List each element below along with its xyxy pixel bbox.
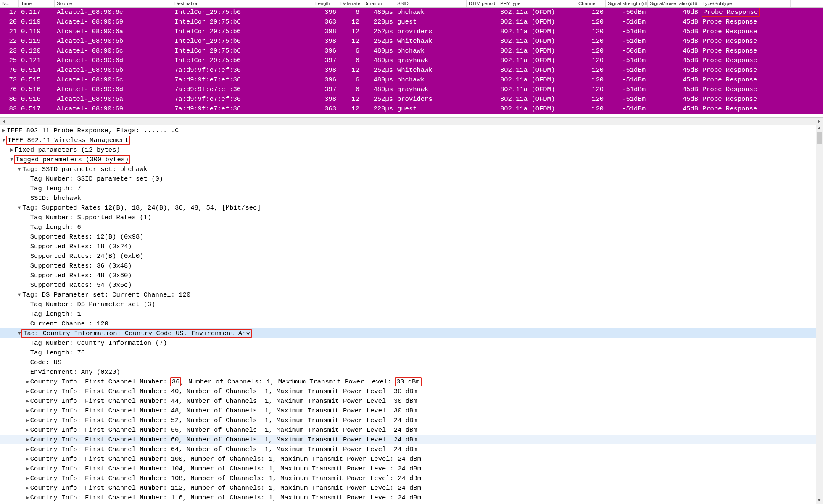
tree-item[interactable]: Tag: Country Information: Country Code U… [0, 328, 816, 338]
packet-row[interactable]: 83 0.517Alcatel-_08:90:697a:d9:9f:e7:ef:… [0, 104, 823, 114]
tree-toggle-icon[interactable] [24, 338, 30, 348]
tree-item[interactable]: Country Info: First Channel Number: 52, … [0, 415, 816, 425]
tree-item[interactable]: Current Channel: 120 [0, 319, 816, 328]
tree-item[interactable]: Supported Rates: 12(B) (0x98) [0, 232, 816, 242]
column-header-time[interactable]: Time [19, 0, 55, 7]
tree-item[interactable]: Tag: SSID parameter set: bhchawk [0, 164, 816, 174]
tree-toggle-icon[interactable] [24, 483, 30, 493]
tree-toggle-icon[interactable] [24, 270, 30, 280]
tree-toggle-icon[interactable] [24, 222, 30, 232]
tree-item[interactable]: Country Info: First Channel Number: 60, … [0, 435, 816, 444]
packet-row[interactable]: 20 0.119Alcatel-_08:90:69IntelCor_29:75:… [0, 17, 823, 27]
column-header-phy[interactable]: PHY type [498, 0, 576, 7]
column-header-datarate[interactable]: Data rate [338, 0, 361, 7]
tree-item[interactable]: SSID: bhchawk [0, 193, 816, 203]
tree-item[interactable]: Tag Number: DS Parameter set (3) [0, 299, 816, 309]
tree-toggle-icon[interactable] [24, 406, 30, 415]
tree-item[interactable]: Tag length: 76 [0, 348, 816, 357]
packet-list-pane[interactable]: No. Time Source Destination Length Data … [0, 0, 823, 118]
tree-item[interactable]: Country Info: First Channel Number: 104,… [0, 464, 816, 473]
tree-item[interactable]: Tagged parameters (300 bytes) [0, 155, 816, 164]
tree-item[interactable]: IEEE 802.11 Probe Response, Flags: .....… [0, 126, 816, 135]
packet-row[interactable]: 22 0.119Alcatel-_08:90:6bIntelCor_29:75:… [0, 37, 823, 46]
tree-toggle-icon[interactable] [24, 261, 30, 270]
tree-item[interactable]: Supported Rates: 54 (0x6c) [0, 280, 816, 290]
tree-item[interactable]: Supported Rates: 24(B) (0xb0) [0, 251, 816, 261]
tree-item[interactable]: Country Info: First Channel Number: 108,… [0, 473, 816, 483]
tree-toggle-icon[interactable] [24, 454, 30, 464]
tree-item[interactable]: Tag Number: Country Information (7) [0, 338, 816, 348]
column-header-no[interactable]: No. [0, 0, 19, 7]
tree-item[interactable]: Country Info: First Channel Number: 44, … [0, 396, 816, 406]
tree-item[interactable]: Supported Rates: 48 (0x60) [0, 270, 816, 280]
tree-item[interactable]: Supported Rates: 36 (0x48) [0, 261, 816, 270]
tree-toggle-icon[interactable] [24, 493, 30, 502]
tree-toggle-icon[interactable] [24, 319, 30, 328]
tree-toggle-icon[interactable] [24, 415, 30, 425]
packet-row[interactable]: 73 0.515Alcatel-_08:90:6c7a:d9:9f:e7:ef:… [0, 75, 823, 85]
column-header-source[interactable]: Source [55, 0, 172, 7]
tree-toggle-icon[interactable] [9, 145, 15, 155]
tree-toggle-icon[interactable] [24, 357, 30, 367]
tree-toggle-icon[interactable] [24, 184, 30, 193]
tree-toggle-icon[interactable] [24, 213, 30, 222]
tree-item[interactable]: Country Info: First Channel Number: 48, … [0, 406, 816, 415]
vertical-scrollbar[interactable] [816, 125, 823, 504]
tree-item[interactable]: Tag Number: Supported Rates (1) [0, 213, 816, 222]
tree-item[interactable]: Country Info: First Channel Number: 116,… [0, 493, 816, 502]
column-header-dtim[interactable]: DTIM period [467, 0, 498, 7]
tree-item[interactable]: Country Info: First Channel Number: 36, … [0, 377, 816, 386]
column-header-signal[interactable]: Signal strength (dBm) [606, 0, 648, 7]
tree-toggle-icon[interactable] [24, 242, 30, 251]
tree-item[interactable]: Fixed parameters (12 bytes) [0, 145, 816, 155]
packet-row[interactable]: 80 0.516Alcatel-_08:90:6a7a:d9:9f:e7:ef:… [0, 94, 823, 104]
tree-item[interactable]: Tag: Supported Rates 12(B), 18, 24(B), 3… [0, 203, 816, 213]
tree-toggle-icon[interactable] [24, 348, 30, 357]
tree-toggle-icon[interactable] [24, 299, 30, 309]
tree-toggle-icon[interactable] [24, 280, 30, 290]
tree-toggle-icon[interactable] [24, 396, 30, 406]
tree-item[interactable]: Country Info: First Channel Number: 112,… [0, 483, 816, 493]
packet-list-header[interactable]: No. Time Source Destination Length Data … [0, 0, 823, 8]
column-header-ssid[interactable]: SSID [395, 0, 467, 7]
tree-toggle-icon[interactable] [24, 435, 30, 444]
tree-item[interactable]: Country Info: First Channel Number: 40, … [0, 386, 816, 396]
column-header-destination[interactable]: Destination [172, 0, 313, 7]
tree-item[interactable]: Country Info: First Channel Number: 56, … [0, 425, 816, 435]
tree-item[interactable]: Tag length: 1 [0, 309, 816, 319]
tree-toggle-icon[interactable] [24, 464, 30, 473]
tree-toggle-icon[interactable] [24, 386, 30, 396]
column-header-typesubtype[interactable]: Type/Subtype [700, 0, 791, 7]
packet-row[interactable]: 17 0.117Alcatel-_08:90:6cIntelCor_29:75:… [0, 8, 823, 17]
packet-row[interactable]: 76 0.516Alcatel-_08:90:6d7a:d9:9f:e7:ef:… [0, 85, 823, 94]
packet-row[interactable]: 23 0.120Alcatel-_08:90:6cIntelCor_29:75:… [0, 46, 823, 56]
tree-item[interactable]: Environment: Any (0x20) [0, 367, 816, 377]
packet-row[interactable]: 25 0.121Alcatel-_08:90:6dIntelCor_29:75:… [0, 56, 823, 66]
tree-toggle-icon[interactable] [24, 174, 30, 184]
tree-item[interactable]: Code: US [0, 357, 816, 367]
tree-item[interactable]: Country Info: First Channel Number: 64, … [0, 444, 816, 454]
tree-item[interactable]: Tag Number: SSID parameter set (0) [0, 174, 816, 184]
tree-toggle-icon[interactable] [24, 377, 30, 386]
tree-item[interactable]: IEEE 802.11 Wireless Management [0, 135, 816, 145]
column-header-duration[interactable]: Duration [361, 0, 395, 7]
tree-item[interactable]: Tag: DS Parameter set: Current Channel: … [0, 290, 816, 299]
tree-toggle-icon[interactable] [24, 309, 30, 319]
tree-toggle-icon[interactable] [24, 232, 30, 242]
tree-item[interactable]: Tag length: 6 [0, 222, 816, 232]
tree-item[interactable]: Supported Rates: 18 (0x24) [0, 242, 816, 251]
tree-toggle-icon[interactable] [24, 425, 30, 435]
column-header-channel[interactable]: Channel [576, 0, 606, 7]
tree-toggle-icon[interactable] [24, 193, 30, 203]
packet-row[interactable]: 70 0.514Alcatel-_08:90:6b7a:d9:9f:e7:ef:… [0, 66, 823, 75]
tree-toggle-icon[interactable] [24, 251, 30, 261]
column-header-snr[interactable]: Signal/noise ratio (dB) [648, 0, 700, 7]
column-header-length[interactable]: Length [313, 0, 338, 7]
tree-toggle-icon[interactable] [24, 473, 30, 483]
tree-toggle-icon[interactable] [16, 290, 22, 299]
tree-item[interactable]: Tag length: 7 [0, 184, 816, 193]
packet-details-pane[interactable]: IEEE 802.11 Probe Response, Flags: .....… [0, 125, 823, 504]
tree-toggle-icon[interactable] [16, 164, 22, 174]
tree-item[interactable]: Country Info: First Channel Number: 100,… [0, 454, 816, 464]
tree-toggle-icon[interactable] [24, 367, 30, 377]
